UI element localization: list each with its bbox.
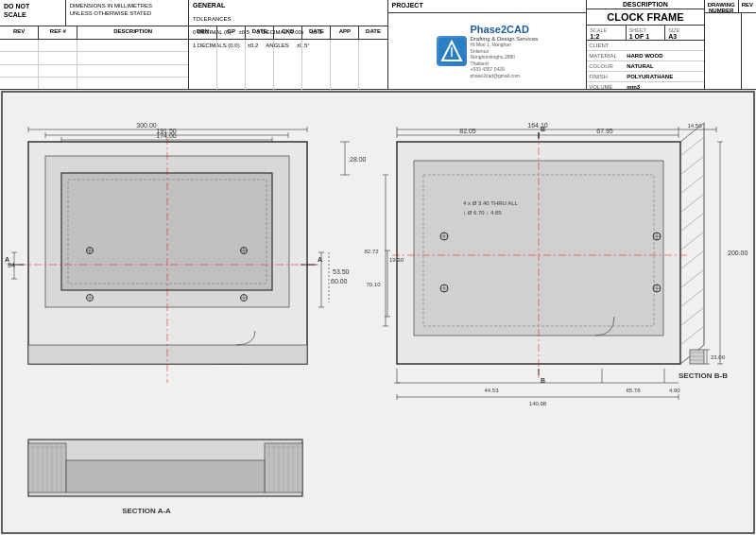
svg-rect-91: [690, 350, 704, 364]
svg-text:44.53: 44.53: [484, 388, 499, 393]
gp-col: GP: [217, 26, 246, 39]
date1-col: DATE: [246, 26, 274, 39]
scale-value: 1:2: [590, 33, 622, 40]
date3-col: DATE: [359, 26, 387, 39]
drawing-number-value: [705, 13, 742, 89]
rev-col: REV: [0, 26, 39, 39]
logo-area: Phase2CAD Drafting & Design Services HI …: [388, 13, 587, 89]
tolerances-label: TOLERANCES: [193, 16, 384, 22]
finish-value: POLYURATHANE: [625, 73, 703, 80]
drawing-number-label: DRAWING NUMBER: [705, 0, 739, 12]
svg-rect-10: [28, 345, 307, 364]
svg-text:23.00: 23.00: [711, 354, 726, 360]
project-label: PROJECT: [388, 0, 587, 13]
svg-text:SECTION B-B: SECTION B-B: [679, 371, 728, 380]
desc-col: DESCRIPTION: [77, 26, 188, 39]
svg-text:28.00: 28.00: [350, 156, 367, 163]
app-col: APP: [331, 26, 359, 39]
svg-text:↓ Ø 6.70 ↓ 4.65: ↓ Ø 6.70 ↓ 4.65: [463, 210, 502, 216]
ref-col: REF #: [39, 26, 77, 39]
material-value: HARD WOOD: [625, 52, 703, 60]
drn-col: DRN: [189, 26, 217, 39]
tb-middle: GENERAL TOLERANCES 0 DECIMAL (0) ±0.5 2 …: [189, 0, 388, 89]
svg-text:14.50: 14.50: [687, 123, 702, 129]
size-value: A3: [668, 33, 700, 40]
colour-value: NATURAL: [625, 62, 703, 70]
svg-text:SECTION A-A: SECTION A-A: [122, 507, 171, 515]
svg-text:140.98: 140.98: [529, 401, 547, 406]
svg-text:34: 34: [8, 262, 15, 268]
svg-text:A: A: [318, 256, 322, 263]
svg-text:200.00: 200.00: [728, 250, 748, 256]
date2-col: DATE: [302, 26, 331, 39]
logo-address: HI Moo 1, Nonghan Srilamun Nonghumlinghu…: [471, 42, 539, 78]
description-header: DESCRIPTION: [587, 0, 703, 9]
sheet-value: 1 OF 1: [629, 33, 662, 40]
material-label: MATERIAL: [587, 52, 625, 60]
svg-text:164.10: 164.10: [527, 122, 548, 129]
svg-text:67.95: 67.95: [596, 128, 613, 134]
svg-rect-164: [66, 460, 265, 492]
technical-drawing: A A 300.00 191.50 174.00 34 60.00 53.50: [0, 90, 756, 535]
rev-value: [742, 13, 756, 89]
do-not-scale: DO NOT SCALE: [0, 0, 66, 26]
ckd-col: CKD: [274, 26, 302, 39]
title-block: DO NOT SCALE DIMENSIONS IN MILLIMETRES U…: [0, 0, 756, 90]
dimensions-note: DIMENSIONS IN MILLIMETRES UNLESS OTHERWI…: [66, 0, 188, 26]
colour-label: COLOUR: [587, 62, 625, 70]
client-label: CLIENT: [587, 42, 625, 49]
rev-label: REV: [739, 0, 756, 12]
svg-text:4 x Ø 3.40 THRU ALL: 4 x Ø 3.40 THRU ALL: [463, 200, 519, 206]
tb-drawing-number: DRAWING NUMBER REV: [705, 0, 756, 89]
svg-text:53.50: 53.50: [333, 268, 350, 275]
svg-rect-6: [61, 173, 272, 290]
svg-text:174.00: 174.00: [156, 132, 177, 139]
svg-text:70.10: 70.10: [366, 282, 381, 287]
drawing-area: A A 300.00 191.50 174.00 34 60.00 53.50: [0, 90, 756, 535]
svg-text:4.60: 4.60: [669, 388, 680, 393]
drawing-title: CLOCK FRAME: [587, 9, 703, 26]
tb-left: DO NOT SCALE DIMENSIONS IN MILLIMETRES U…: [0, 0, 189, 89]
tb-description: DESCRIPTION CLOCK FRAME SCALE 1:2 SHEET …: [587, 0, 704, 89]
svg-text:65.76: 65.76: [626, 388, 641, 393]
tb-project: PROJECT Phase2CAD Drafting & Design Serv…: [388, 0, 588, 89]
logo-icon: [437, 36, 467, 66]
svg-text:82.72: 82.72: [364, 249, 379, 254]
finish-label: FINISH: [587, 73, 625, 80]
svg-text:300.00: 300.00: [136, 122, 157, 129]
general-label: GENERAL: [193, 2, 384, 9]
drn-table: DRN GP DATE CKD DATE APP DATE: [189, 26, 387, 93]
logo-text: Phase2CAD: [471, 24, 539, 36]
svg-text:82.05: 82.05: [459, 128, 476, 134]
svg-text:60.00: 60.00: [331, 278, 348, 285]
client-value: [625, 44, 703, 46]
svg-text:19.30: 19.30: [389, 257, 404, 263]
rev-table: REV REF # DESCRIPTION: [0, 26, 188, 89]
